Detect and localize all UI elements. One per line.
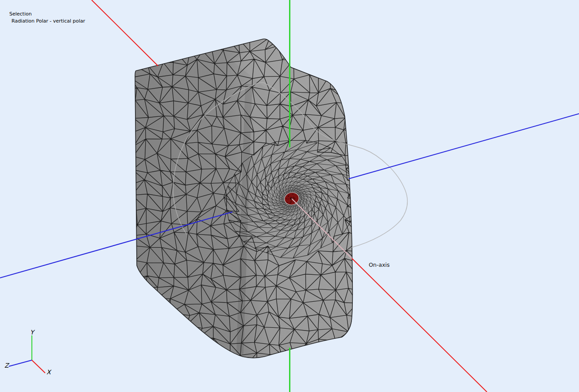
graphics-window: { "labels": { "selection_title": "Select…: [0, 0, 579, 392]
on-axis-label: On-axis: [369, 262, 390, 268]
selection-value[interactable]: Radiation Polar - vertical polar: [12, 18, 85, 24]
scene-canvas[interactable]: Y Z X: [0, 0, 579, 392]
3d-model-viewport[interactable]: Y Z X Selection Radiation Polar - vertic…: [0, 0, 579, 392]
selection-heading: Selection: [9, 11, 32, 17]
